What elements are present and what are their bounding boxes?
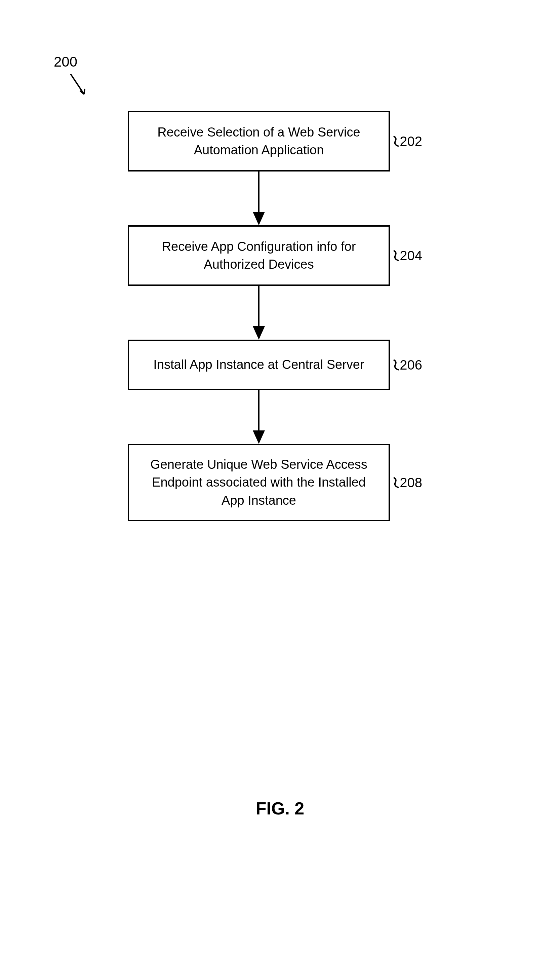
ref-number: 206 (400, 355, 422, 374)
ref-number: 204 (400, 246, 422, 265)
arrow-down-icon (128, 171, 390, 225)
step-box-204: Receive App Configuration info for Autho… (128, 225, 390, 286)
ref-number: 208 (400, 473, 422, 492)
figure-number-text: 200 (54, 54, 77, 70)
step-text: Receive App Configuration info for Autho… (143, 238, 375, 273)
arrow-down-icon (128, 286, 390, 340)
step-box-202: Receive Selection of a Web Service Autom… (128, 111, 390, 171)
step-box-208: Generate Unique Web Service Access Endpo… (128, 444, 390, 521)
step-text: Install App Instance at Central Server (153, 356, 364, 374)
figure-number-label: 200 (54, 54, 77, 70)
figure-pointer-arrow (67, 71, 94, 104)
step-box-206: Install App Instance at Central Server 2… (128, 340, 390, 390)
arrow-down-icon (128, 390, 390, 444)
figure-caption: FIG. 2 (256, 798, 304, 818)
flowchart-container: Receive Selection of a Web Service Autom… (128, 111, 403, 521)
step-text: Receive Selection of a Web Service Autom… (143, 123, 375, 159)
ref-number: 202 (400, 132, 422, 151)
step-text: Generate Unique Web Service Access Endpo… (143, 456, 375, 509)
